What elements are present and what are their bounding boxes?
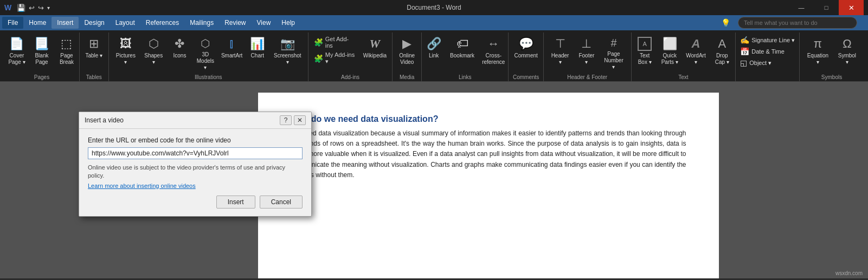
group-symbols: π Equation ▾ Ω Symbol ▾ Symbols xyxy=(800,32,864,81)
comment-button[interactable]: 💬 Comment xyxy=(511,35,541,61)
bookmark-button[interactable]: 🏷 Bookmark xyxy=(447,35,478,61)
tab-design[interactable]: Design xyxy=(79,17,110,29)
tab-mailings[interactable]: Mailings xyxy=(184,17,219,29)
comments-label: Comments xyxy=(513,74,539,80)
dialog-cancel-button[interactable]: Cancel xyxy=(260,196,303,209)
object-button[interactable]: ◱ Object ▾ xyxy=(737,57,798,68)
tab-view[interactable]: View xyxy=(252,17,277,29)
blank-page-icon: 📃 xyxy=(34,37,49,51)
minimize-icon[interactable]: — xyxy=(789,0,814,15)
screenshot-icon: 📷 xyxy=(280,37,295,51)
redo-icon[interactable]: ↪ xyxy=(38,4,44,12)
footer-icon: ⊥ xyxy=(581,37,591,51)
page-number-button[interactable]: # PageNumber ▾ xyxy=(600,35,627,73)
screenshot-button[interactable]: 📷 Screenshot ▾ xyxy=(271,35,305,68)
quick-access-toolbar: W 💾 ↩ ↪ ▾ xyxy=(4,3,50,12)
get-addins-button[interactable]: 🧩 Get Add-ins xyxy=(312,35,358,50)
tab-references[interactable]: References xyxy=(140,17,184,29)
date-time-button[interactable]: 📅 Date & Time xyxy=(737,46,798,57)
page-number-icon: # xyxy=(610,37,616,49)
dialog-insert-button[interactable]: Insert xyxy=(216,196,255,209)
bookmark-icon: 🏷 xyxy=(456,37,468,51)
signature-line-icon: ✍ xyxy=(740,36,749,44)
media-label: Media xyxy=(400,74,414,80)
dialog-content: Enter the URL or embed code for the onli… xyxy=(79,129,311,216)
maximize-icon[interactable]: □ xyxy=(814,0,839,15)
group-addins: 🧩 Get Add-ins 🧩 My Add-ins ▾ W Wikipedia… xyxy=(308,32,393,81)
dialog-url-label: Enter the URL or embed code for the onli… xyxy=(88,136,303,144)
app-title: Document3 - Word xyxy=(407,4,461,11)
chart-button[interactable]: 📊 Chart xyxy=(246,35,269,61)
quick-access-dropdown[interactable]: ▾ xyxy=(47,5,50,11)
illustrations-label: Illustrations xyxy=(195,74,222,80)
3d-models-icon: ⬡ xyxy=(201,37,210,50)
save-icon[interactable]: 💾 xyxy=(17,4,25,12)
equation-button[interactable]: π Equation ▾ xyxy=(803,35,833,68)
my-addins-button[interactable]: 🧩 My Add-ins ▾ xyxy=(312,50,358,66)
word-logo: W xyxy=(4,3,11,12)
symbols-label: Symbols xyxy=(821,74,842,80)
dialog-footer: Insert Cancel xyxy=(88,196,303,209)
comment-icon: 💬 xyxy=(519,37,533,51)
tell-me-input[interactable] xyxy=(738,17,857,29)
cover-page-button[interactable]: 📄 CoverPage ▾ xyxy=(5,35,29,68)
dialog-url-input[interactable] xyxy=(88,147,303,159)
footer-button[interactable]: ⊥ Footer ▾ xyxy=(574,35,599,68)
dialog-info-text: Online video use is subject to the video… xyxy=(88,164,303,180)
blank-page-button[interactable]: 📃 BlankPage xyxy=(30,35,54,68)
pictures-button[interactable]: 🖼 Pictures ▾ xyxy=(112,35,139,68)
cross-reference-button[interactable]: ↔ Cross-reference xyxy=(479,35,508,68)
tab-help[interactable]: Help xyxy=(276,17,300,29)
signature-line-button[interactable]: ✍ Signature Line ▾ xyxy=(737,35,798,45)
ribbon-content: 📄 CoverPage ▾ 📃 BlankPage ⬚ PageBreak Pa… xyxy=(0,32,868,81)
online-video-icon: ▶ xyxy=(402,37,412,51)
wikipedia-button[interactable]: W Wikipedia xyxy=(361,35,389,61)
symbol-icon: Ω xyxy=(843,37,851,51)
links-label: Links xyxy=(459,74,471,80)
wikipedia-icon: W xyxy=(370,37,381,51)
word-art-button[interactable]: A WordArt ▾ xyxy=(683,35,709,68)
chart-icon: 📊 xyxy=(250,37,265,51)
link-button[interactable]: 🔗 Link xyxy=(422,35,446,61)
title-bar: W 💾 ↩ ↪ ▾ Document3 - Word — □ ✕ xyxy=(0,0,868,15)
group-text: A TextBox ▾ ⬜ QuickParts ▾ A WordArt ▾ A… xyxy=(632,32,736,81)
smartart-icon: ⫿ xyxy=(229,37,235,51)
tab-insert[interactable]: Insert xyxy=(52,17,79,29)
group-pages: 📄 CoverPage ▾ 📃 BlankPage ⬚ PageBreak Pa… xyxy=(4,32,80,81)
drop-cap-button[interactable]: A DropCap ▾ xyxy=(710,35,734,68)
table-button[interactable]: ⊞ Table ▾ xyxy=(82,35,106,61)
undo-icon[interactable]: ↩ xyxy=(29,4,35,12)
page-break-icon: ⬚ xyxy=(61,37,72,51)
quick-parts-button[interactable]: ⬜ QuickParts ▾ xyxy=(658,35,681,68)
link-icon: 🔗 xyxy=(427,37,441,51)
online-video-button[interactable]: ▶ OnlineVideo xyxy=(395,35,419,68)
group-links: 🔗 Link 🏷 Bookmark ↔ Cross-reference Link… xyxy=(422,32,509,81)
tab-home[interactable]: Home xyxy=(23,17,52,29)
header-button[interactable]: ⊤ Header ▾ xyxy=(547,35,574,68)
dialog-close-button[interactable]: ✕ xyxy=(294,115,306,125)
tab-review[interactable]: Review xyxy=(219,17,251,29)
group-comments: 💬 Comment Comments xyxy=(509,32,543,81)
close-icon[interactable]: ✕ xyxy=(839,0,864,15)
dialog-help-button[interactable]: ? xyxy=(280,115,292,125)
my-addins-icon: 🧩 xyxy=(314,54,323,63)
icons-button[interactable]: ✤ Icons xyxy=(168,35,191,61)
pages-label: Pages xyxy=(34,74,49,80)
header-footer-label: Header & Footer xyxy=(567,74,607,80)
smartart-button[interactable]: ⫿ SmartArt xyxy=(219,35,244,61)
group-signature: ✍ Signature Line ▾ 📅 Date & Time ◱ Objec… xyxy=(736,32,800,81)
tables-label: Tables xyxy=(86,74,102,80)
dialog-learn-more-link[interactable]: Learn more about inserting online videos xyxy=(88,183,303,189)
text-box-button[interactable]: A TextBox ▾ xyxy=(633,35,657,68)
dialog-controls: ? ✕ xyxy=(280,115,306,125)
shapes-button[interactable]: ⬡ Shapes ▾ xyxy=(140,35,166,68)
tab-file[interactable]: File xyxy=(2,17,23,29)
ribbon: 📄 CoverPage ▾ 📃 BlankPage ⬚ PageBreak Pa… xyxy=(0,30,868,82)
symbol-button[interactable]: Ω Symbol ▾ xyxy=(834,35,860,68)
tab-layout[interactable]: Layout xyxy=(110,17,140,29)
page-break-button[interactable]: ⬚ PageBreak xyxy=(55,35,79,68)
3d-models-button[interactable]: ⬡ 3DModels ▾ xyxy=(192,35,218,73)
watermark: wsxdn.com xyxy=(835,270,863,276)
cross-reference-icon: ↔ xyxy=(487,37,499,51)
date-time-icon: 📅 xyxy=(740,47,749,56)
